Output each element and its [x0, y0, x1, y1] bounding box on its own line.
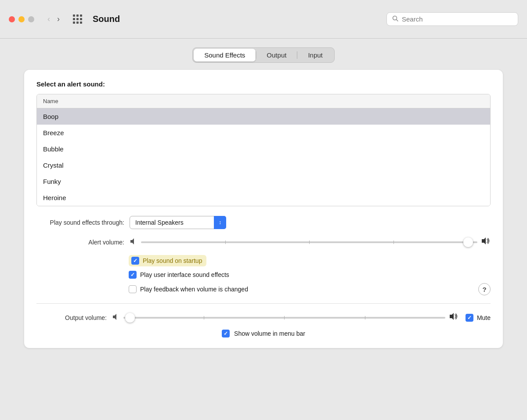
- nav-buttons: ‹ ›: [45, 13, 62, 25]
- menubar-check-icon: ✓: [224, 330, 228, 337]
- sound-item-funky[interactable]: Funky: [37, 173, 490, 190]
- output-volume-label: Output volume:: [36, 314, 107, 321]
- output-volume-high-icon: [449, 312, 458, 323]
- svg-line-1: [397, 20, 398, 22]
- checkbox-row-feedback: Play feedback when volume is changed ?: [129, 283, 491, 295]
- output-volume-thumb[interactable]: [125, 313, 135, 323]
- check-icon: ✓: [133, 258, 137, 264]
- alert-volume-thumb[interactable]: [463, 237, 473, 247]
- sound-item-breeze[interactable]: Breeze: [37, 125, 490, 141]
- show-menubar-row: ✓ Show volume in menu bar: [36, 330, 491, 337]
- startup-checkbox[interactable]: ✓: [131, 257, 139, 265]
- alert-volume-track[interactable]: [141, 241, 477, 243]
- mute-checkbox[interactable]: ✓: [466, 314, 473, 322]
- check-icon-2: ✓: [130, 272, 135, 278]
- alert-volume-low-icon: [130, 237, 137, 247]
- play-through-dropdown[interactable]: Internal Speakers ↕: [130, 216, 226, 229]
- checkbox-row-startup: ✓ Play sound on startup: [129, 255, 491, 266]
- svg-marker-4: [113, 314, 116, 320]
- startup-checkbox-highlight: ✓ Play sound on startup: [129, 255, 206, 266]
- titlebar: ‹ › Sound: [0, 0, 527, 39]
- output-volume-low-icon: [112, 313, 120, 323]
- mute-row: ✓ Mute: [466, 314, 491, 322]
- ui-sounds-label: Play user interface sound effects: [140, 271, 229, 278]
- alert-volume-high-icon: [481, 236, 491, 248]
- svg-marker-2: [130, 238, 134, 244]
- search-box: [386, 12, 518, 26]
- output-volume-row: Output volume:: [36, 312, 491, 323]
- main-content: Sound Effects Output Input Select an ale…: [0, 39, 527, 420]
- output-volume-track[interactable]: [123, 317, 445, 319]
- svg-marker-3: [482, 237, 486, 244]
- show-menubar-label: Show volume in menu bar: [234, 330, 305, 337]
- checkbox-area: ✓ Play sound on startup ✓ Play user inte…: [129, 255, 491, 295]
- tab-sound-effects[interactable]: Sound Effects: [194, 49, 256, 61]
- show-menubar-checkbox[interactable]: ✓: [222, 330, 230, 337]
- grid-icon[interactable]: [73, 14, 82, 24]
- forward-button[interactable]: ›: [54, 13, 62, 25]
- play-through-label: Play sound effects through:: [36, 219, 124, 226]
- startup-checkbox-label: Play sound on startup: [143, 257, 202, 264]
- back-button[interactable]: ‹: [45, 13, 53, 25]
- ui-sounds-checkbox[interactable]: ✓: [129, 271, 137, 279]
- section-label: Select an alert sound:: [36, 80, 491, 88]
- close-button[interactable]: [9, 16, 15, 22]
- checkbox-row-ui: ✓ Play user interface sound effects: [129, 271, 491, 279]
- sound-item-bubble[interactable]: Bubble: [37, 141, 490, 157]
- divider: [36, 303, 491, 304]
- play-through-row: Play sound effects through: Internal Spe…: [36, 216, 491, 229]
- mute-label: Mute: [477, 314, 491, 321]
- window-title: Sound: [93, 14, 120, 24]
- bottom-section: Output volume:: [36, 312, 491, 337]
- ui-checkbox-wrapper: ✓ Play user interface sound effects: [129, 271, 229, 279]
- minimize-button[interactable]: [18, 16, 25, 22]
- sound-effects-panel: Select an alert sound: Name Boop Breeze …: [24, 70, 503, 348]
- alert-volume-slider-container: [130, 236, 491, 248]
- output-volume-slider-container: [112, 312, 458, 323]
- search-icon: [392, 15, 398, 23]
- sound-item-heroine[interactable]: Heroine: [37, 190, 490, 206]
- sound-item-boop[interactable]: Boop: [37, 108, 490, 125]
- mute-check-icon: ✓: [467, 315, 472, 321]
- feedback-checkbox[interactable]: [129, 285, 137, 293]
- help-button[interactable]: ?: [478, 283, 491, 295]
- alert-volume-label: Alert volume:: [36, 239, 124, 246]
- traffic-lights: [9, 16, 34, 22]
- feedback-label: Play feedback when volume is changed: [140, 286, 248, 293]
- feedback-checkbox-wrapper: Play feedback when volume is changed: [129, 285, 474, 293]
- search-input[interactable]: [402, 15, 513, 23]
- tab-bar: Sound Effects Output Input: [192, 47, 335, 63]
- list-header: Name: [37, 94, 490, 108]
- sound-list-container: Name Boop Breeze Bubble Crystal Funky He…: [36, 94, 491, 206]
- sound-list[interactable]: Boop Breeze Bubble Crystal Funky Heroine: [37, 108, 490, 206]
- alert-volume-row: Alert volume:: [36, 236, 491, 248]
- tab-output[interactable]: Output: [256, 49, 297, 61]
- svg-marker-5: [450, 313, 454, 320]
- play-through-select[interactable]: Internal Speakers: [130, 216, 226, 229]
- sound-item-crystal[interactable]: Crystal: [37, 157, 490, 173]
- fullscreen-button[interactable]: [28, 16, 34, 22]
- tab-input[interactable]: Input: [297, 49, 333, 61]
